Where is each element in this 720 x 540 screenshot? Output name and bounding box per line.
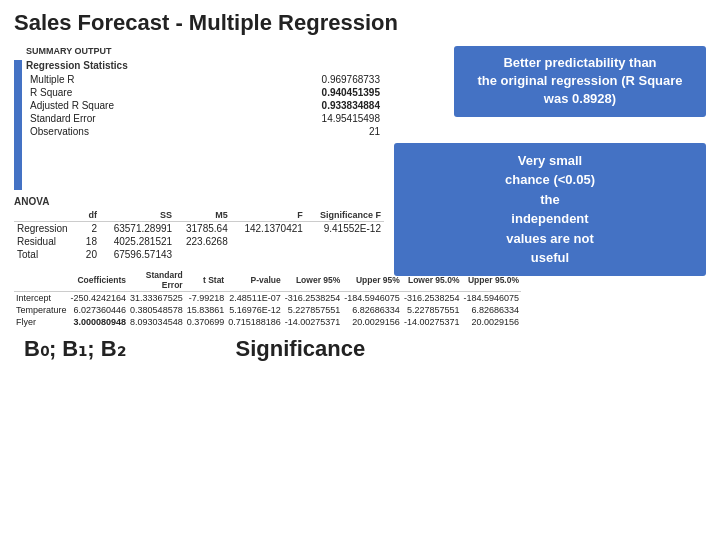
- anova-cell: 67596.57143: [100, 248, 175, 261]
- page: Sales Forecast - Multiple Regression SUM…: [0, 0, 720, 540]
- anova-cell: [306, 235, 384, 248]
- summary-label: SUMMARY OUTPUT: [26, 46, 384, 56]
- anova-cell: Residual: [14, 235, 80, 248]
- stats-value: 0.940451395: [220, 86, 384, 99]
- coeff-cell: -316.2538254: [283, 292, 343, 305]
- coeff-cell: 3.000080948: [69, 316, 129, 328]
- stats-row: Observations21: [26, 125, 384, 138]
- coeff-header-pval: P-value: [226, 269, 283, 292]
- coeff-header-label: [14, 269, 69, 292]
- anova-table: df SS M5 F Significance F Regression2635…: [14, 209, 384, 261]
- coeff-cell: 31.33367525: [128, 292, 185, 305]
- regression-stats-table: Multiple R0.969768733R Square0.940451395…: [26, 73, 384, 138]
- significance-label: Significance: [236, 336, 366, 362]
- coeff-cell: -7.99218: [185, 292, 227, 305]
- coeff-header-coeff: Coefficients: [69, 269, 129, 292]
- bottom-row: B₀; B₁; B₂ Significance: [14, 336, 706, 362]
- coeff-cell: Temperature: [14, 304, 69, 316]
- stats-value: 21: [220, 125, 384, 138]
- anova-col-ss: SS: [100, 209, 175, 222]
- stats-label: R Square: [26, 86, 220, 99]
- anova-col-label: [14, 209, 80, 222]
- anova-row: Regression263571.2899131785.64142.137042…: [14, 222, 384, 236]
- anova-cell: 31785.64: [175, 222, 231, 236]
- coeff-cell: 5.227857551: [283, 304, 343, 316]
- anova-label: ANOVA: [14, 196, 384, 207]
- stats-row: R Square0.940451395: [26, 86, 384, 99]
- anova-cell: [175, 248, 231, 261]
- anova-cell: Total: [14, 248, 80, 261]
- anova-cell: 63571.28991: [100, 222, 175, 236]
- small-chance-box: Very small chance (<0.05) the independen…: [394, 143, 706, 276]
- anova-col-df: df: [80, 209, 100, 222]
- stats-label: Standard Error: [26, 112, 220, 125]
- stats-label: Observations: [26, 125, 220, 138]
- anova-cell: 9.41552E-12: [306, 222, 384, 236]
- coeff-cell: -250.4242164: [69, 292, 129, 305]
- coeff-cell: 5.16976E-12: [226, 304, 283, 316]
- coeff-cell: -14.00275371: [283, 316, 343, 328]
- anova-col-ms: M5: [175, 209, 231, 222]
- coeff-cell: 0.370699: [185, 316, 227, 328]
- stats-value: 0.933834884: [220, 99, 384, 112]
- anova-row: Residual184025.281521223.6268: [14, 235, 384, 248]
- stats-value: 0.969768733: [220, 73, 384, 86]
- page-title: Sales Forecast - Multiple Regression: [14, 10, 706, 36]
- stats-label: Adjusted R Square: [26, 99, 220, 112]
- anova-cell: 142.1370421: [231, 222, 306, 236]
- coeff-cell: 8.093034548: [128, 316, 185, 328]
- stats-row: Multiple R0.969768733: [26, 73, 384, 86]
- anova-col-sigf: Significance F: [306, 209, 384, 222]
- coeff-header-tstat: t Stat: [185, 269, 227, 292]
- coeff-cell: 15.83861: [185, 304, 227, 316]
- anova-cell: 223.6268: [175, 235, 231, 248]
- anova-cell: [231, 248, 306, 261]
- coeff-cell: Intercept: [14, 292, 69, 305]
- coeff-cell: 2.48511E-07: [226, 292, 283, 305]
- stats-row: Adjusted R Square0.933834884: [26, 99, 384, 112]
- right-annotation: Better predictability than the original …: [384, 46, 706, 328]
- stats-value: 14.95415498: [220, 112, 384, 125]
- anova-col-f: F: [231, 209, 306, 222]
- anova-cell: 20: [80, 248, 100, 261]
- better-predictability-box: Better predictability than the original …: [454, 46, 706, 117]
- anova-cell: 4025.281521: [100, 235, 175, 248]
- coeff-cell: 0.380548578: [128, 304, 185, 316]
- coeff-header-l95: Lower 95%: [283, 269, 343, 292]
- reg-stats-header: Regression Statistics: [26, 60, 384, 71]
- coeff-cell: 0.715188186: [226, 316, 283, 328]
- stats-row: Standard Error14.95415498: [26, 112, 384, 125]
- anova-cell: 2: [80, 222, 100, 236]
- coeff-header-se: Standard Error: [128, 269, 185, 292]
- anova-cell: [231, 235, 306, 248]
- anova-row: Total2067596.57143: [14, 248, 384, 261]
- coeff-cell: 6.027360446: [69, 304, 129, 316]
- b-notation: B₀; B₁; B₂: [24, 336, 126, 362]
- left-panel: SUMMARY OUTPUT Regression Statistics Mul…: [14, 46, 384, 328]
- anova-cell: 18: [80, 235, 100, 248]
- coeff-cell: Flyer: [14, 316, 69, 328]
- anova-cell: Regression: [14, 222, 80, 236]
- anova-cell: [306, 248, 384, 261]
- stats-label: Multiple R: [26, 73, 220, 86]
